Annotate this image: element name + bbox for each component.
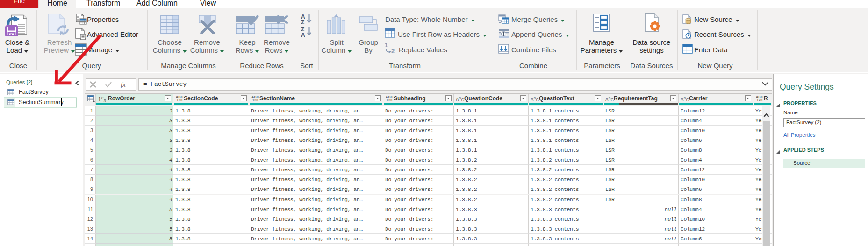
svg-text:fx: fx <box>121 81 126 88</box>
svg-text:A: A <box>301 32 305 38</box>
svg-text:2: 2 <box>391 48 395 54</box>
svg-text:1: 1 <box>385 42 388 49</box>
svg-text:Z: Z <box>301 19 304 26</box>
